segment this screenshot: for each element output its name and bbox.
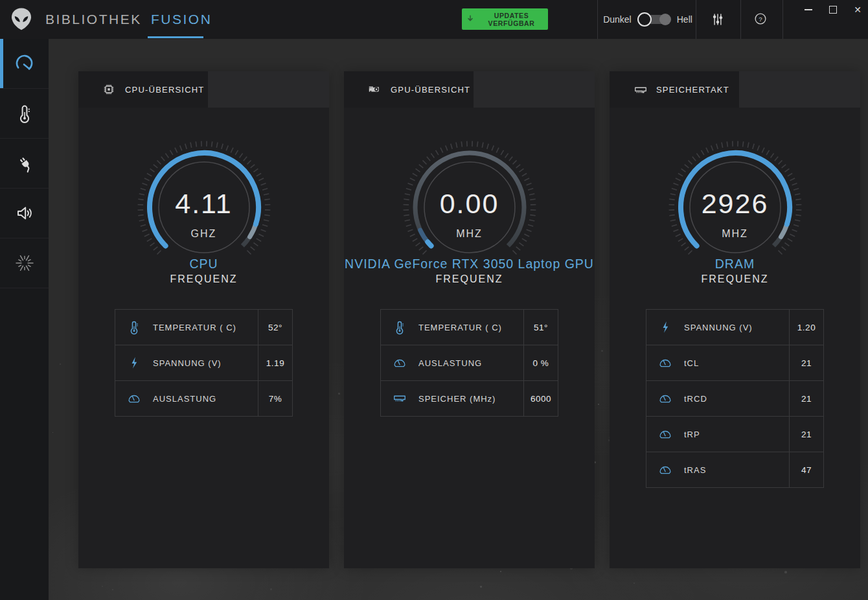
card-header: GPU-ÜBERSICHT: [344, 71, 595, 108]
card-tab-label: CPU-ÜBERSICHT: [125, 85, 205, 95]
meter-icon: [646, 452, 684, 487]
equalizer-icon[interactable]: [709, 11, 726, 28]
topbar-separator: [740, 0, 741, 39]
theme-light-label: Hell: [677, 14, 692, 25]
toggle-ring: [637, 12, 652, 27]
stat-value: 1.20: [789, 310, 823, 345]
alienware-logo-icon[interactable]: [10, 7, 33, 32]
stat-value: 7%: [258, 381, 292, 416]
svg-text:?: ?: [759, 16, 762, 23]
thermometer-icon: [115, 310, 153, 345]
updates-button-label: UPDATES VERFÜGBAR: [479, 12, 544, 27]
topbar-separator: [782, 0, 783, 39]
lightning-icon: [646, 310, 684, 345]
gauge-value: 2926: [667, 188, 804, 220]
stat-row: TEMPERATUR ( C)51°: [381, 310, 558, 345]
gauge-value: 0.00: [401, 188, 538, 220]
card-header: SPEICHERTAKT: [610, 71, 860, 108]
gauge-unit: GHZ: [135, 228, 273, 240]
help-icon[interactable]: ?: [753, 11, 770, 28]
stat-row: tCL21: [646, 345, 823, 380]
cpu-gauge: 4.11GHZCPUFREQUENZ: [135, 139, 273, 289]
gpu-stats-table: TEMPERATUR ( C)51°AUSLASTUNG0 %SPEICHER …: [380, 309, 558, 417]
speaker-icon: [14, 203, 35, 224]
sidebar-item-thermal[interactable]: [0, 89, 49, 139]
cpu-overview-card: CPU-ÜBERSICHT4.11GHZCPUFREQUENZTEMPERATU…: [78, 71, 329, 568]
gauge-unit: MHZ: [667, 228, 804, 240]
sidebar-item-performance[interactable]: [0, 39, 49, 89]
maximize-button[interactable]: [828, 5, 838, 15]
meter-icon: [646, 381, 684, 416]
stat-label: AUSLASTUNG: [153, 381, 258, 416]
stat-label: AUSLASTUNG: [418, 345, 523, 380]
stat-label: tCL: [684, 345, 789, 380]
stat-row: AUSLASTUNG7%: [115, 380, 292, 416]
sidebar-item-power[interactable]: [0, 139, 49, 189]
stat-label: SPANNUNG (V): [684, 310, 789, 345]
meter-icon: [115, 381, 153, 416]
gpu-gauge: 0.00MHZNVIDIA GeForce RTX 3050 Laptop GP…: [401, 139, 538, 289]
ram-icon: [633, 82, 647, 97]
gpu-overview-card: GPU-ÜBERSICHT0.00MHZNVIDIA GeForce RTX 3…: [344, 71, 595, 568]
updates-button[interactable]: UPDATES VERFÜGBAR: [462, 8, 548, 30]
stat-value: 21: [789, 381, 823, 416]
stat-value: 6000: [523, 381, 558, 416]
stat-value: 0 %: [523, 345, 558, 380]
thermometer-icon: [381, 310, 418, 345]
theme-dark-label: Dunkel: [603, 14, 632, 25]
close-button[interactable]: ✕: [852, 5, 863, 15]
stat-value: 1.19: [258, 345, 292, 380]
stat-value: 47: [789, 452, 823, 487]
sparkle-icon: [14, 253, 35, 273]
stat-row: SPEICHER (MHz)6000: [381, 380, 558, 416]
tab-bibliothek[interactable]: BIBLIOTHEK: [45, 0, 142, 39]
dram-gauge: 2926MHZDRAMFREQUENZ: [667, 139, 804, 289]
stat-row: SPANNUNG (V)1.20: [646, 310, 823, 345]
sidebar: [0, 39, 49, 600]
stat-label: tRCD: [684, 381, 789, 416]
thermometer-icon: [14, 103, 35, 124]
dram-overview-card: SPEICHERTAKT2926MHZDRAMFREQUENZSPANNUNG …: [610, 71, 860, 568]
topbar: BIBLIOTHEK FUSION UPDATES VERFÜGBAR Dunk…: [0, 0, 868, 39]
alienware-command-center-window: BIBLIOTHEK FUSION UPDATES VERFÜGBAR Dunk…: [0, 0, 868, 600]
gauge-sublabel: FREQUENZ: [401, 273, 538, 285]
sidebar-item-audio[interactable]: [0, 189, 49, 238]
gauge-device-label: NVIDIA GeForce RTX 3050 Laptop GPU: [344, 257, 595, 271]
stat-value: 21: [789, 417, 823, 452]
meter-icon: [646, 345, 684, 380]
main-content: CPU-ÜBERSICHT4.11GHZCPUFREQUENZTEMPERATU…: [49, 39, 868, 600]
topbar-separator: [597, 0, 598, 39]
theme-toggle-group: Dunkel Hell: [599, 0, 696, 39]
stat-row: tRCD21: [646, 380, 823, 416]
stat-label: SPANNUNG (V): [153, 345, 258, 380]
window-controls: ✕: [803, 3, 863, 17]
card-tab-gpu[interactable]: GPU-ÜBERSICHT: [344, 71, 474, 108]
cpu-chip-icon: [102, 82, 116, 97]
card-header: CPU-ÜBERSICHT: [78, 71, 329, 108]
card-tab-cpu[interactable]: CPU-ÜBERSICHT: [78, 71, 208, 108]
meter-icon: [646, 417, 684, 452]
stat-label: TEMPERATUR ( C): [153, 310, 258, 345]
theme-toggle[interactable]: [637, 12, 671, 27]
active-tab-underline: [148, 36, 203, 38]
stat-label: tRAS: [684, 452, 789, 487]
stat-label: tRP: [684, 417, 789, 452]
lightning-icon: [115, 345, 153, 380]
gauge-value: 4.11: [135, 188, 273, 220]
minimize-button[interactable]: [803, 5, 814, 15]
speedometer-icon: [14, 53, 35, 74]
stat-row: AUSLASTUNG0 %: [381, 345, 558, 380]
sidebar-item-lighting[interactable]: [0, 238, 49, 288]
gauge-device-label: DRAM: [610, 257, 861, 271]
download-icon: [466, 14, 475, 25]
stat-label: TEMPERATUR ( C): [418, 310, 523, 345]
tab-fusion[interactable]: FUSION: [151, 0, 212, 39]
stat-label: SPEICHER (MHz): [418, 381, 523, 416]
cpu-stats-table: TEMPERATUR ( C)52°SPANNUNG (V)1.19AUSLAS…: [115, 309, 293, 417]
gauge-sublabel: FREQUENZ: [667, 273, 804, 285]
card-tab-dram[interactable]: SPEICHERTAKT: [610, 71, 739, 108]
toggle-knob[interactable]: [659, 14, 671, 25]
stat-row: SPANNUNG (V)1.19: [115, 345, 292, 380]
cards-row: CPU-ÜBERSICHT4.11GHZCPUFREQUENZTEMPERATU…: [78, 71, 860, 568]
stat-row: tRAS47: [646, 452, 823, 487]
